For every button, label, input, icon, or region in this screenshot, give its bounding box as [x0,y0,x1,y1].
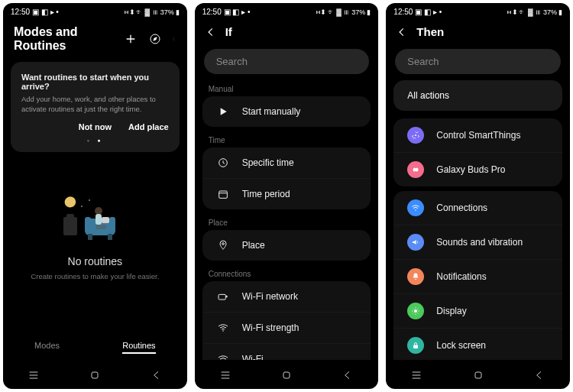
svg-rect-12 [108,234,112,240]
wifi-strength-icon [216,321,230,335]
row-wifi-network[interactable]: Wi-Fi network [202,281,371,313]
discover-icon[interactable] [149,33,161,45]
svg-rect-19 [219,191,227,198]
add-icon[interactable] [125,33,137,45]
sound-icon [407,234,424,251]
svg-point-28 [416,209,417,211]
tab-routines[interactable]: Routines [122,341,155,354]
notnow-button[interactable]: Not now [79,122,112,131]
bell-icon [407,268,424,285]
back-button[interactable] [533,369,545,381]
all-actions-button[interactable]: All actions [393,80,562,111]
page-title: Modes and Routines [14,25,115,53]
svg-rect-10 [109,217,115,228]
recents-button[interactable] [219,369,231,381]
status-bar: 12:50 ▣ ◧ ▸ • ⋈ ⬍ ᯤ ▓ ⫴ 37%▮ [386,3,570,18]
row-place[interactable]: Place [202,230,371,261]
row-notifications[interactable]: Notifications [393,260,562,294]
svg-rect-17 [92,372,98,378]
page-title: If [225,25,232,38]
svg-rect-16 [96,225,106,229]
row-wifi[interactable]: Wi-Fi [202,344,371,360]
row-display[interactable]: Display [393,294,562,329]
empty-title: No routines [68,255,123,267]
svg-rect-31 [475,372,481,378]
card-title: Want routines to start when you arrive? [21,73,169,91]
svg-rect-6 [63,217,77,235]
svg-rect-24 [283,372,290,378]
back-button[interactable] [151,369,163,381]
buds-icon [407,161,424,178]
android-nav [195,360,379,389]
svg-point-3 [173,40,174,40]
svg-point-1 [173,37,174,38]
wifi-icon [407,199,424,216]
calendar-icon [216,187,230,201]
status-bar: 12:50 ▣ ◧ ▸ • ⋈ ⬍ ᯤ ▓ ⫴ 37%▮ [3,3,187,18]
empty-subtitle: Create routines to make your life easier… [31,272,159,280]
row-smartthings[interactable]: Control SmartThings [393,118,562,153]
row-galaxy-buds[interactable]: Galaxy Buds Pro [393,153,562,186]
svg-rect-9 [85,217,91,228]
back-icon[interactable] [397,27,407,37]
svg-rect-14 [96,214,102,225]
empty-illustration [53,183,137,245]
row-lockscreen[interactable]: Lock screen [393,329,562,360]
svg-rect-7 [66,214,74,219]
clock-icon [216,156,230,170]
row-connections[interactable]: Connections [393,191,562,225]
search-input[interactable]: Search [204,49,370,74]
svg-rect-21 [219,294,225,300]
search-input[interactable]: Search [395,49,561,74]
section-place: Place [195,214,379,230]
wifi-network-icon [216,290,230,303]
home-button[interactable] [280,369,293,381]
svg-rect-11 [88,234,92,240]
svg-point-20 [222,243,224,245]
section-connections: Connections [195,265,379,281]
row-time-period[interactable]: Time period [202,179,371,209]
pin-icon [216,238,230,252]
row-specific-time[interactable]: Specific time [202,147,371,179]
svg-point-4 [81,206,83,207]
svg-point-13 [95,207,102,215]
svg-point-27 [416,168,419,172]
smartthings-icon [407,127,424,144]
brightness-icon [407,303,424,319]
page-dots: ● ● [21,138,169,143]
row-start-manually[interactable]: Start manually [202,96,371,127]
more-icon[interactable] [173,33,176,45]
recents-button[interactable] [28,369,40,381]
home-button[interactable] [89,369,101,381]
svg-point-29 [414,309,417,313]
back-button[interactable] [342,369,354,381]
home-button[interactable] [472,369,484,381]
svg-rect-15 [102,217,109,223]
svg-point-25 [415,134,416,136]
card-body: Add your home, work, and other places to… [21,95,169,115]
section-time: Time [195,131,379,147]
wifi-icon [216,352,230,360]
tab-modes[interactable]: Modes [34,341,60,354]
play-icon [216,105,230,118]
svg-point-2 [173,39,174,40]
status-bar: 12:50 ▣ ◧ ▸ • ⋈ ⬍ ᯤ ▓ ⫴ 37%▮ [195,3,379,18]
svg-point-22 [222,330,224,332]
row-sounds[interactable]: Sounds and vibration [393,225,562,260]
recents-button[interactable] [410,369,422,381]
suggestion-card: Want routines to start when you arrive? … [11,62,180,152]
back-icon[interactable] [206,27,216,37]
android-nav [3,360,187,389]
android-nav [386,360,570,389]
row-wifi-strength[interactable]: Wi-Fi strength [202,313,371,344]
svg-rect-30 [413,345,418,349]
lock-icon [407,337,424,354]
page-title: Then [416,25,444,38]
addplace-button[interactable]: Add place [128,122,169,131]
section-manual: Manual [195,80,379,96]
svg-point-5 [89,199,90,201]
